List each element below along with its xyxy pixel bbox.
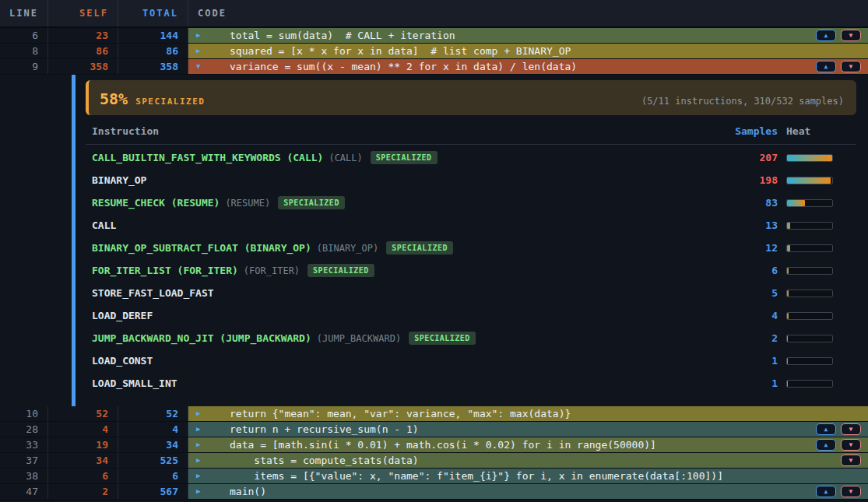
nav-up-button[interactable]: ▲ (816, 439, 836, 451)
total-samples: 567 (118, 484, 188, 499)
line-number: 47 (0, 484, 48, 499)
code-text: squared = [x * x for x in data] # list c… (188, 44, 571, 58)
self-samples: 52 (48, 406, 118, 421)
samples-value: 198 (684, 174, 778, 186)
instruction-rows: CALL_BUILTIN_FAST_WITH_KEYWORDS (CALL) (… (86, 145, 856, 395)
heat-bar-cell (778, 154, 856, 162)
total-samples: 144 (118, 28, 188, 43)
nav-buttons: ▲ ▼ (816, 61, 868, 72)
heat-bar (786, 154, 833, 162)
instruction-row: CALL 13 (86, 214, 856, 237)
specialized-percent: 58% (100, 90, 128, 108)
expand-icon[interactable]: ▶ (196, 422, 200, 437)
nav-up-button[interactable]: ▲ (816, 486, 836, 497)
column-header-line[interactable]: LINE (0, 0, 48, 26)
samples-value: 2 (684, 332, 778, 344)
heat-bar-fill (787, 223, 790, 229)
self-samples: 34 (48, 453, 118, 468)
heat-bar (786, 335, 833, 342)
profiler-window: LINE SELF TOTAL CODE 6 23 144 ▶ total = … (0, 0, 868, 502)
expand-icon[interactable]: ▶ (196, 28, 200, 43)
code-line-row: 33 19 34 ▶ data = [math.sin(i * 0.01) + … (0, 437, 868, 453)
samples-value: 5 (684, 287, 778, 299)
specialization-panel: 58% SPECIALIZED (5/11 instructions, 310/… (0, 75, 868, 406)
instruction-name: CALL (92, 219, 116, 231)
code-text: return n + recursive_sum(n - 1) (188, 422, 419, 437)
instruction-name: CALL_BUILTIN_FAST_WITH_KEYWORDS (CALL) (92, 152, 323, 163)
code-cell[interactable]: ▶ stats = compute_stats(data) ▲ ▼ (188, 453, 868, 468)
samples-value: 13 (684, 219, 778, 231)
nav-down-button[interactable]: ▼ (841, 439, 861, 451)
column-header-self[interactable]: SELF (48, 0, 118, 26)
code-text: stats = compute_stats(data) (188, 453, 419, 468)
specialized-label: SPECIALIZED (135, 97, 205, 107)
expand-icon[interactable]: ▶ (196, 406, 200, 421)
instruction-row: STORE_FAST_LOAD_FAST 5 (86, 282, 856, 304)
nav-down-button[interactable]: ▼ (841, 30, 861, 41)
code-cell[interactable]: ▶ data = [math.sin(i * 0.01) + math.cos(… (188, 437, 868, 452)
instruction-column-header[interactable]: Instruction (92, 125, 684, 137)
expand-icon[interactable]: ▼ (196, 59, 200, 74)
code-cell[interactable]: ▶ total = sum(data) # CALL + iteration ▲… (188, 28, 868, 43)
instruction-name: STORE_FAST_LOAD_FAST (92, 287, 214, 299)
specialized-badge: SPECIALIZED (371, 151, 438, 164)
code-rows-top: 6 23 144 ▶ total = sum(data) # CALL + it… (0, 28, 868, 75)
heat-bar-fill (787, 381, 788, 387)
heat-bar-cell (778, 335, 856, 342)
instruction-name: FOR_ITER_LIST (FOR_ITER) (92, 265, 238, 276)
instruction-row: FOR_ITER_LIST (FOR_ITER) (FOR_ITER) SPEC… (86, 259, 856, 282)
code-line-row: 8 86 86 ▶ squared = [x * x for x in data… (0, 44, 868, 59)
heat-bar-cell (778, 290, 856, 297)
nav-up-button[interactable]: ▲ (816, 30, 836, 41)
expand-icon[interactable]: ▶ (196, 484, 200, 499)
nav-down-button[interactable]: ▼ (841, 423, 861, 435)
code-text: return {"mean": mean, "var": variance, "… (188, 406, 571, 421)
column-header-code[interactable]: CODE (188, 0, 868, 26)
code-cell[interactable]: ▼ variance = sum((x - mean) ** 2 for x i… (188, 59, 868, 74)
code-line-row: 38 6 6 ▶ items = [{"value": x, "name": f… (0, 469, 868, 484)
code-cell[interactable]: ▶ squared = [x * x for x in data] # list… (188, 44, 868, 58)
nav-buttons: ▲ ▼ (816, 30, 868, 41)
code-cell[interactable]: ▶ return {"mean": mean, "var": variance,… (188, 406, 868, 421)
instruction-row: RESUME_CHECK (RESUME) (RESUME) SPECIALIZ… (86, 191, 856, 214)
column-header-total[interactable]: TOTAL (118, 0, 188, 26)
heat-bar-fill (787, 200, 805, 206)
samples-column-header[interactable]: Samples (684, 125, 778, 137)
expand-icon[interactable]: ▶ (196, 44, 200, 58)
code-line-row: 47 2 567 ▶ main() ▲ ▼ (0, 484, 868, 500)
line-number: 10 (0, 406, 48, 421)
code-cell[interactable]: ▶ return n + recursive_sum(n - 1) ▲ ▼ (188, 422, 868, 437)
total-samples: 52 (118, 406, 188, 421)
line-number: 9 (0, 59, 48, 74)
nav-down-button[interactable]: ▼ (841, 486, 861, 497)
instruction-row: BINARY_OP 198 (86, 169, 856, 191)
expand-icon[interactable]: ▶ (196, 469, 200, 483)
nav-down-button[interactable]: ▼ (841, 61, 861, 72)
nav-up-button[interactable]: ▲ (816, 423, 836, 435)
heat-bar-fill (787, 177, 831, 184)
code-cell[interactable]: ▶ main() ▲ ▼ (188, 484, 868, 499)
nav-buttons: ▲ ▼ (816, 423, 868, 435)
instruction-row: LOAD_DEREF 4 (86, 304, 856, 327)
heat-column-header[interactable]: Heat (778, 125, 856, 137)
heat-bar (786, 312, 833, 320)
heat-bar-cell (778, 244, 856, 252)
nav-buttons: ▲ ▼ (816, 486, 868, 497)
samples-value: 1 (684, 377, 778, 389)
table-header: LINE SELF TOTAL CODE (0, 0, 868, 28)
instruction-name: LOAD_CONST (92, 355, 153, 367)
instruction-name: LOAD_SMALL_INT (92, 377, 177, 389)
code-line-row: 10 52 52 ▶ return {"mean": mean, "var": … (0, 406, 868, 422)
samples-value: 12 (684, 242, 778, 254)
code-line-row: 37 34 525 ▶ stats = compute_stats(data) … (0, 453, 868, 469)
line-number: 38 (0, 469, 48, 483)
code-cell[interactable]: ▶ items = [{"value": x, "name": f"item_{… (188, 469, 868, 483)
expand-icon[interactable]: ▶ (196, 437, 200, 452)
nav-up-button[interactable]: ▲ (816, 61, 836, 72)
specialization-summary: (5/11 instructions, 310/532 samples) (641, 96, 844, 107)
total-samples: 34 (118, 437, 188, 452)
instruction-table-header: Instruction Samples Heat (86, 125, 856, 145)
heat-bar (786, 380, 833, 388)
nav-down-button[interactable]: ▼ (841, 455, 861, 466)
expand-icon[interactable]: ▶ (196, 453, 200, 468)
